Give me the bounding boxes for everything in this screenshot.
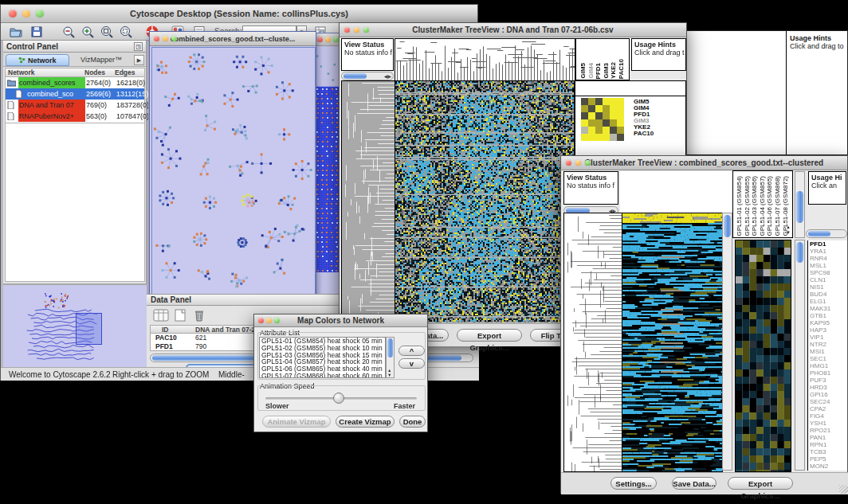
heatmap-vscrollbar[interactable] xyxy=(722,213,732,471)
gene-label[interactable]: MON2 xyxy=(808,463,847,470)
save-data-button[interactable]: Save Data... xyxy=(672,477,716,490)
move-down-button[interactable]: v xyxy=(398,358,425,369)
zoom-out-icon[interactable] xyxy=(61,25,76,39)
gene-label[interactable]: HMG1 xyxy=(808,362,847,369)
gene-label[interactable]: RPO21 xyxy=(808,427,847,434)
scrollbar-thumb[interactable] xyxy=(724,215,731,237)
row-label[interactable]: PAC10 xyxy=(634,131,654,137)
gene-label[interactable]: ELG1 xyxy=(808,298,847,305)
col-header-edges[interactable]: Edges xyxy=(115,68,135,76)
col-header-network[interactable]: Network xyxy=(8,68,35,76)
done-button[interactable]: Done xyxy=(399,416,426,428)
open-file-icon[interactable] xyxy=(9,25,23,39)
correlation-matrix[interactable] xyxy=(581,98,624,141)
gene-label[interactable]: PHO81 xyxy=(808,369,847,377)
gene-label[interactable]: KAP95 xyxy=(808,319,847,326)
scrollbar-thumb[interactable] xyxy=(796,191,803,223)
zoom-button[interactable] xyxy=(171,36,177,41)
column-dendrogram-canvas[interactable] xyxy=(395,38,575,81)
zoom-button[interactable] xyxy=(585,160,591,166)
gene-label[interactable]: NTR2 xyxy=(808,341,847,348)
gene-label[interactable]: MSI1 xyxy=(808,348,847,355)
scrollbar-thumb[interactable] xyxy=(387,338,393,357)
minimize-button[interactable] xyxy=(575,160,581,166)
attribute-select-icon[interactable] xyxy=(153,309,169,322)
treeview2-title-bar[interactable]: ClusterMaker TreeView : combined_scores_… xyxy=(561,156,847,170)
attribute-list-item[interactable]: GPL51-07 (GSM868) heat shock 60 min xyxy=(260,373,385,378)
close-button[interactable] xyxy=(258,318,264,323)
scrollbar-arrows[interactable]: ▲▼ xyxy=(387,368,391,377)
minimize-button[interactable] xyxy=(325,37,331,42)
gene-label[interactable]: YRA1 xyxy=(808,248,847,255)
column-label[interactable]: GIM4 xyxy=(587,63,595,79)
gene-label[interactable]: VIP1 xyxy=(808,334,847,341)
column-label[interactable]: GPL51-01 (GSM854) xyxy=(736,176,743,236)
zoom-button[interactable] xyxy=(363,27,369,33)
scrollbar-thumb[interactable] xyxy=(344,73,367,79)
close-button[interactable] xyxy=(344,27,350,33)
network-table-row[interactable]: combined_scores2764(0)16218(0) xyxy=(6,77,144,88)
gene-label[interactable]: RNR4 xyxy=(808,255,847,262)
gene-label[interactable]: PUF3 xyxy=(808,377,847,384)
zoom-button[interactable] xyxy=(36,10,44,18)
gene-label[interactable]: RPN1 xyxy=(808,441,847,448)
gene-label[interactable]: PEP5 xyxy=(808,455,847,463)
tab-network[interactable]: Network xyxy=(6,54,69,66)
column-label[interactable]: PAC10 xyxy=(618,59,625,79)
column-label[interactable]: GPL51-02 (GSM855) xyxy=(744,176,751,236)
network-window-title-bar[interactable]: combined_scores_good.txt--cluste... xyxy=(150,32,316,46)
create-vizmap-button[interactable]: Create Vizmap xyxy=(336,416,395,428)
close-button[interactable] xyxy=(9,10,17,18)
gene-list-hscrollbar[interactable] xyxy=(806,229,847,238)
gene-label[interactable]: FIG4 xyxy=(808,412,847,420)
gene-label[interactable]: PAN1 xyxy=(808,434,847,441)
minimize-button[interactable] xyxy=(163,36,168,41)
gene-label[interactable]: MAK31 xyxy=(808,305,847,312)
export-graphics-button[interactable]: Export Graphics... xyxy=(457,329,522,342)
network-table-row[interactable]: combined_sco2569(6)13112(15) xyxy=(6,88,144,100)
gene-label[interactable]: SEC24 xyxy=(808,398,847,405)
column-label[interactable]: GPL51-07 (GSM868) xyxy=(774,176,781,236)
label-scroll-arrows[interactable]: ▲▼ xyxy=(786,225,791,236)
gene-label[interactable]: MSL1 xyxy=(808,262,847,269)
zoom-selected-icon[interactable] xyxy=(119,25,133,39)
network-table-row[interactable]: DNA and Tran 07769(0)183728(0) xyxy=(6,100,144,111)
overview-viewport-rect[interactable] xyxy=(76,313,102,345)
save-session-icon[interactable] xyxy=(29,25,44,39)
labels-vscrollbar[interactable] xyxy=(795,171,805,238)
gene-label[interactable]: CLN1 xyxy=(808,276,847,283)
row-dendrogram-canvas[interactable] xyxy=(341,80,395,324)
data-col-id[interactable]: ID xyxy=(162,326,169,334)
export-graphics-button[interactable]: Export Graphics... xyxy=(728,477,793,490)
zoom-heatmap-canvas[interactable] xyxy=(735,240,791,472)
gene-label[interactable]: HRD3 xyxy=(808,384,847,391)
speed-slider-thumb[interactable] xyxy=(333,393,344,404)
gene-label[interactable]: CPA2 xyxy=(808,405,847,412)
attribute-list-scrollbar[interactable]: ▲▼ xyxy=(386,337,395,378)
col-header-nodes[interactable]: Nodes xyxy=(84,68,105,76)
dialog-title-bar[interactable]: Map Colors to Network xyxy=(254,315,427,327)
resize-grip[interactable] xyxy=(839,485,848,494)
network-table-row[interactable]: RNAPuberNov2+563(0)107847(0) xyxy=(6,111,144,122)
network-canvas[interactable] xyxy=(151,47,316,297)
move-up-button[interactable]: ^ xyxy=(398,346,425,356)
column-label[interactable]: GPL51-04 (GSM857) xyxy=(759,176,766,236)
gene-label[interactable]: GPI16 xyxy=(808,391,847,398)
scrollbar-arrows[interactable]: ◀▶ xyxy=(384,72,391,80)
gene-label[interactable]: SPC98 xyxy=(808,269,847,276)
gene-label[interactable]: YSH1 xyxy=(808,420,847,427)
column-label[interactable]: GIM5 xyxy=(579,63,587,79)
scrollbar-thumb[interactable] xyxy=(808,231,830,236)
gene-label[interactable]: BUD4 xyxy=(808,291,847,298)
animate-vizmap-button[interactable]: Animate Vizmap xyxy=(262,416,331,428)
heatmap-canvas[interactable] xyxy=(622,213,723,472)
settings-button[interactable]: Settings... xyxy=(610,477,657,490)
column-label[interactable]: PFD1 xyxy=(595,63,602,79)
heatmap-canvas[interactable] xyxy=(395,80,575,324)
gene-label[interactable]: PFD1 xyxy=(808,240,847,248)
gene-label[interactable]: SEC1 xyxy=(808,355,847,362)
gene-label[interactable]: NIS1 xyxy=(808,283,847,291)
gene-label[interactable]: HAP3 xyxy=(808,326,847,334)
zoom-button[interactable] xyxy=(274,318,280,323)
close-button[interactable] xyxy=(154,36,159,41)
